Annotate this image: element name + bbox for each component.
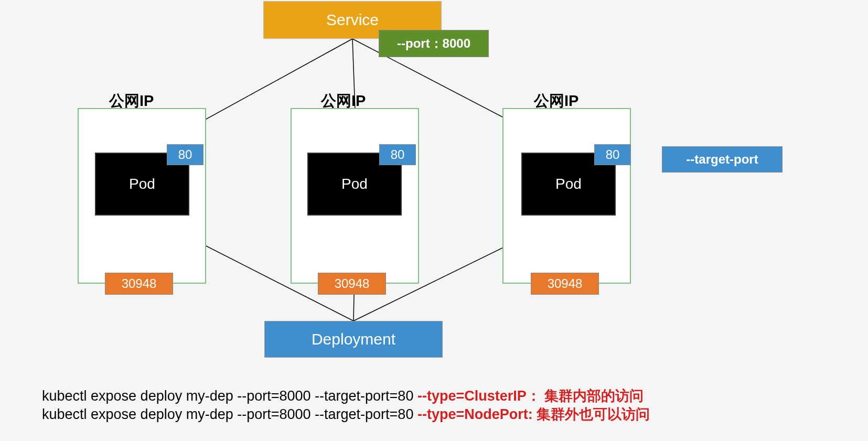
deployment-label: Deployment (312, 330, 395, 348)
pod-label-2: Pod (341, 176, 368, 192)
port-flag-text: --port：8000 (397, 35, 470, 52)
commands-block: kubectl expose deploy my-dep --port=8000… (42, 387, 650, 424)
target-port-badge-2: 80 (379, 144, 416, 165)
node-port-badge-1: 30948 (105, 273, 173, 295)
service-label: Service (326, 11, 379, 29)
pod-label-1: Pod (129, 176, 155, 192)
node-port-badge-3: 30948 (531, 273, 599, 295)
target-port-label: --target-port (662, 146, 783, 173)
deployment-box: Deployment (264, 321, 443, 358)
port-flag-badge: --port：8000 (379, 30, 489, 57)
k8s-service-diagram: Service --port：8000 公网IP 公网IP 公网IP Pod P… (0, 0, 868, 441)
cmd2-black: kubectl expose deploy my-dep --port=8000… (42, 406, 417, 422)
target-port-badge-1: 80 (167, 144, 203, 165)
command-line-2: kubectl expose deploy my-dep --port=8000… (42, 405, 650, 424)
command-line-1: kubectl expose deploy my-dep --port=8000… (42, 387, 650, 405)
cmd2-red: --type=NodePort: 集群外也可以访问 (417, 406, 650, 422)
target-port-badge-3: 80 (594, 144, 631, 165)
cmd1-red: --type=ClusterIP： 集群内部的访问 (417, 388, 644, 404)
cmd1-black: kubectl expose deploy my-dep --port=8000… (42, 388, 417, 404)
pod-label-3: Pod (555, 176, 582, 192)
node-port-badge-2: 30948 (318, 273, 386, 295)
